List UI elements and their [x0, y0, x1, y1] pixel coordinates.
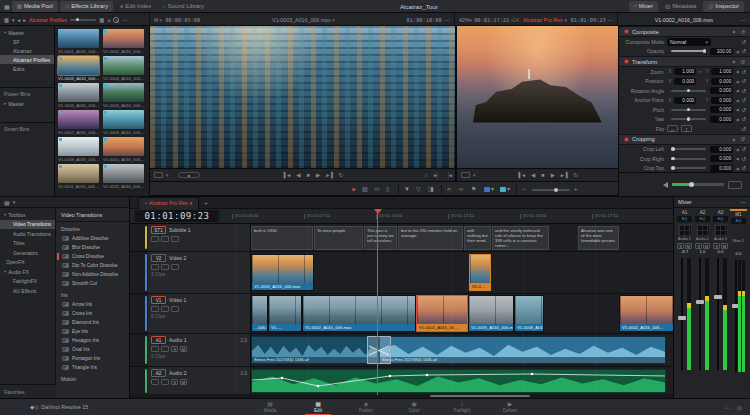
media-clip-thumbnail[interactable] — [58, 137, 99, 156]
media-clip-thumbnail[interactable] — [103, 110, 144, 129]
list-view-icon[interactable]: ≡ — [107, 17, 110, 23]
page-tab[interactable]: ◈ Fusion — [349, 401, 383, 413]
snapping-button[interactable]: ∩ — [447, 186, 451, 192]
audio-clip-music[interactable] — [251, 369, 666, 393]
media-clip-thumbnail[interactable] — [103, 29, 144, 48]
timeline-scale-select[interactable]: 42%▾ — [459, 17, 472, 23]
workspace-icon[interactable]: ▦ — [4, 3, 10, 10]
visibility-icon[interactable] — [171, 236, 179, 242]
flip-horizontal-button[interactable]: ↔ — [667, 125, 678, 132]
yaw-slider[interactable] — [671, 118, 706, 120]
audio-crossfade[interactable] — [367, 336, 391, 364]
selection-tool-button[interactable]: ▲ — [349, 185, 357, 193]
monitor-icon[interactable] — [728, 181, 742, 189]
pan-control[interactable] — [696, 224, 710, 236]
jog-control[interactable] — [178, 172, 200, 178]
media-clip[interactable]: V1-0004_A016_006… — [103, 56, 146, 81]
flag-color-swatch[interactable] — [484, 187, 490, 192]
track-badge[interactable]: ST1 — [151, 226, 166, 234]
transition-item[interactable]: Diamond Iris — [56, 318, 129, 327]
audio-clip[interactable]: Stress Free 20170810 1346.aif — [251, 336, 379, 364]
media-clip[interactable]: V1-0009_A016_006… — [58, 137, 101, 162]
subtitle-clip[interactable]: with nothing but their mind, — [464, 226, 491, 250]
transition-item[interactable]: Additive Dissolve — [56, 234, 129, 243]
crop-left-slider[interactable] — [671, 148, 706, 150]
loop-button[interactable]: ↻ — [336, 172, 347, 178]
zoom-x-value[interactable]: 1.000 — [674, 68, 697, 75]
mute-button[interactable]: M — [180, 379, 187, 385]
transition-item[interactable]: Eye Iris — [56, 327, 129, 336]
media-clip[interactable]: V1-0006_A016_006… — [103, 83, 146, 108]
marker-color-swatch[interactable] — [500, 187, 506, 192]
crop-top-value[interactable]: 0.000 — [710, 165, 733, 172]
transition-item[interactable]: Oval Iris — [56, 345, 129, 354]
crop-right-slider[interactable] — [671, 158, 706, 160]
video-clip[interactable]: V1-0002_A016_006.mov — [302, 295, 416, 332]
eq-button[interactable]: EQ — [677, 216, 692, 222]
auto-select-icon[interactable] — [161, 306, 169, 312]
panel-toggle-button[interactable]: ▦Media Pool — [12, 1, 58, 12]
overwrite-clip-button[interactable]: ▽ — [416, 186, 421, 192]
visibility-icon[interactable] — [171, 306, 179, 312]
panel-toggle-button[interactable]: ≈Mixer — [629, 1, 658, 12]
opacity-slider[interactable] — [671, 50, 706, 52]
goto-last-button[interactable]: ▶▐ — [558, 172, 571, 178]
bin-tree-item[interactable]: Edits — [0, 64, 54, 73]
bin-tree-item[interactable]: Alcatraz — [0, 46, 54, 55]
reset-icon[interactable]: ↺ — [741, 48, 746, 54]
eq-button[interactable]: EQ — [695, 216, 710, 222]
effects-tree-item[interactable]: ▾Audio FX — [0, 267, 55, 277]
aspect-icon[interactable] — [461, 172, 470, 178]
video1-track-lane[interactable]: …006.mov V1-… V1-0002_A016_006.mov V1-00… — [250, 294, 673, 333]
media-clip-thumbnail[interactable] — [58, 83, 99, 102]
match-frame-icon[interactable]: ○ — [422, 172, 431, 178]
media-clip-thumbnail[interactable] — [58, 110, 99, 129]
effects-tree-item[interactable]: OpenFX — [0, 258, 55, 268]
transition-item[interactable]: Dip To Color Dissolve — [56, 261, 129, 270]
page-tab[interactable]: ▶ Deliver — [493, 401, 527, 413]
effects-tree-item[interactable]: Video Transitions — [0, 220, 55, 230]
audio1-track-lane[interactable]: Stress Free 20170810 1346.aif Stress Fre… — [250, 334, 673, 366]
eq-button[interactable]: EQ — [713, 216, 728, 222]
timeline-zoom-slider[interactable] — [532, 189, 570, 191]
media-clip[interactable]: V1-0002_A016_006… — [103, 29, 146, 54]
play-button[interactable]: ▶ — [548, 172, 558, 178]
media-clip-thumbnail[interactable] — [58, 164, 99, 183]
pan-control[interactable] — [714, 224, 728, 236]
bin-view-icon[interactable]: ▦ — [4, 17, 9, 23]
subtitle-clip[interactable]: built in 1934 — [251, 226, 313, 250]
bin-tree-item[interactable]: SF — [0, 37, 54, 46]
transform-section-header[interactable]: Transform ◆↺ — [619, 56, 750, 67]
favorites-section[interactable]: Favorites — [0, 384, 56, 398]
effects-tree-item[interactable]: AU Effects — [0, 286, 55, 296]
step-back-button[interactable]: ◀ — [293, 172, 303, 178]
effects-tree-item[interactable]: FairlightFX — [0, 277, 55, 287]
transition-item[interactable]: Triangle Iris — [56, 363, 129, 372]
fader[interactable] — [694, 256, 711, 372]
more-icon[interactable]: ⋯ — [608, 17, 613, 23]
auto-select-icon[interactable] — [161, 264, 169, 270]
effects-tree-item[interactable]: ▾Toolbox — [0, 210, 55, 220]
video-clip[interactable]: V1-0002_A016_006… — [619, 295, 673, 332]
keyframe-icon[interactable]: ◆ — [732, 29, 735, 34]
video-clip[interactable]: V1-0005_A016_006.mov — [468, 295, 514, 332]
bin-tree-item[interactable]: ▾Master — [0, 28, 54, 37]
subtitle-track-lane[interactable]: built in 1934 To most people The past is… — [250, 224, 673, 251]
pan-control[interactable] — [678, 224, 692, 236]
forward-icon[interactable]: ▸ — [23, 17, 26, 23]
media-clip-thumbnail[interactable] — [103, 56, 144, 75]
search-icon[interactable] — [113, 17, 119, 23]
transition-item[interactable]: Non Additive Dissolve — [56, 270, 129, 279]
insert-clip-button[interactable]: ▼ — [404, 186, 410, 192]
razor-tool-button[interactable]: ▯ — [386, 186, 389, 192]
reset-icon[interactable]: ↺ — [740, 59, 745, 65]
link-icon[interactable]: ∞ — [698, 69, 701, 74]
media-clip[interactable]: V1-0007_A016_006… — [58, 110, 101, 135]
page-tab[interactable]: ◉ Color — [397, 401, 431, 413]
timeline-viewer[interactable] — [455, 26, 618, 168]
enable-toggle-icon[interactable] — [624, 59, 629, 64]
panel-toggle-button[interactable]: ◎Inspector — [703, 1, 744, 12]
media-clip-thumbnail[interactable] — [58, 56, 99, 75]
stop-button[interactable]: ■ — [538, 172, 547, 178]
cropping-section-header[interactable]: Cropping ◆↺ — [619, 134, 750, 145]
